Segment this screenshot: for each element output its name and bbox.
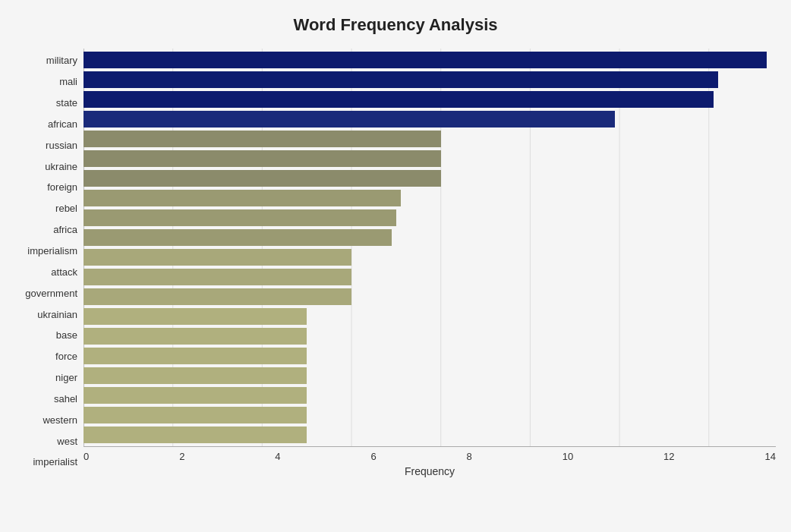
bar-west [84,407,307,423]
bar-imperialist [84,427,307,443]
y-label-african: african [48,114,77,134]
bar-force [84,328,307,345]
bar-row [84,326,776,346]
x-tick: 8 [467,451,472,462]
y-label-state: state [56,93,77,113]
bar-military [84,52,767,68]
bar-rebel [84,190,401,206]
bar-row [84,366,776,386]
bar-imperialism [84,229,392,246]
bar-foreign [84,170,441,187]
bar-row [84,346,776,366]
y-label-west: west [57,431,77,451]
bar-row [84,425,776,445]
bar-sahel [84,367,307,384]
chart-title: Word Frequency Analysis [15,15,776,35]
bar-russian [84,131,441,147]
bar-row [84,129,776,149]
bar-ukraine [84,150,441,167]
bar-attack [84,249,351,266]
bar-row [84,228,776,247]
bar-row [84,287,776,307]
y-label-rebel: rebel [55,199,77,219]
bar-row [84,50,776,70]
y-label-mali: mali [59,72,77,92]
y-label-military: military [46,51,77,71]
y-axis: militarymalistateafricanrussianukrainefo… [15,49,84,474]
bar-row [84,386,776,405]
bar-niger [84,348,307,364]
x-axis-title: Frequency [84,465,776,477]
bar-government [84,269,351,285]
y-label-western: western [43,410,77,430]
bar-african [84,111,615,127]
bar-row [84,247,776,267]
y-label-force: force [55,347,77,367]
bar-mali [84,71,718,88]
bar-row [84,267,776,287]
bar-state [84,91,714,108]
y-label-foreign: foreign [47,178,77,197]
y-label-russian: russian [46,135,77,155]
bar-row [84,208,776,228]
y-label-niger: niger [55,368,77,388]
y-label-ukraine: ukraine [45,156,77,176]
bar-row [84,188,776,208]
y-label-base: base [56,326,77,345]
bar-row [84,90,776,109]
x-tick: 4 [275,451,280,462]
bar-africa [84,209,396,226]
x-tick: 6 [370,451,376,462]
bar-base [84,308,307,325]
x-tick: 2 [179,451,184,462]
y-label-sahel: sahel [54,389,77,408]
x-tick: 14 [764,451,775,462]
y-label-ukrainian: ukrainian [37,304,77,324]
bar-row [84,307,776,326]
x-tick: 10 [563,451,573,462]
bar-western [84,387,307,404]
x-tick: 0 [84,451,89,462]
bar-row [84,149,776,168]
y-label-imperialism: imperialism [27,241,77,261]
bar-ukrainian [84,288,351,305]
bar-row [84,168,776,188]
bar-row [84,405,776,425]
chart-container: Word Frequency Analysis militarymalistat… [0,0,791,532]
y-label-africa: africa [53,220,77,240]
bar-row [84,70,776,90]
x-tick: 12 [663,451,674,462]
y-label-attack: attack [51,262,77,282]
x-axis-ticks: 02468101214 [84,451,776,462]
bar-row [84,109,776,129]
y-label-government: government [25,283,77,303]
y-label-imperialist: imperialist [33,452,77,472]
